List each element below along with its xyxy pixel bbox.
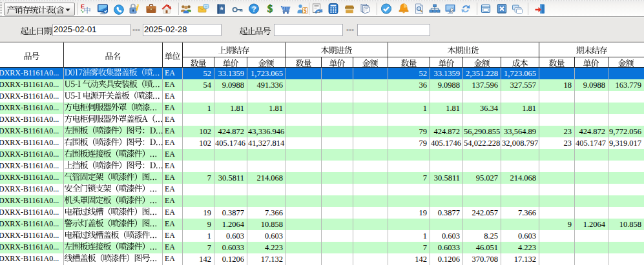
svg-text:$: $ bbox=[304, 7, 307, 14]
svg-text:?: ? bbox=[252, 5, 256, 13]
svg-text:E: E bbox=[81, 3, 85, 10]
svg-text:$: $ bbox=[267, 3, 273, 15]
